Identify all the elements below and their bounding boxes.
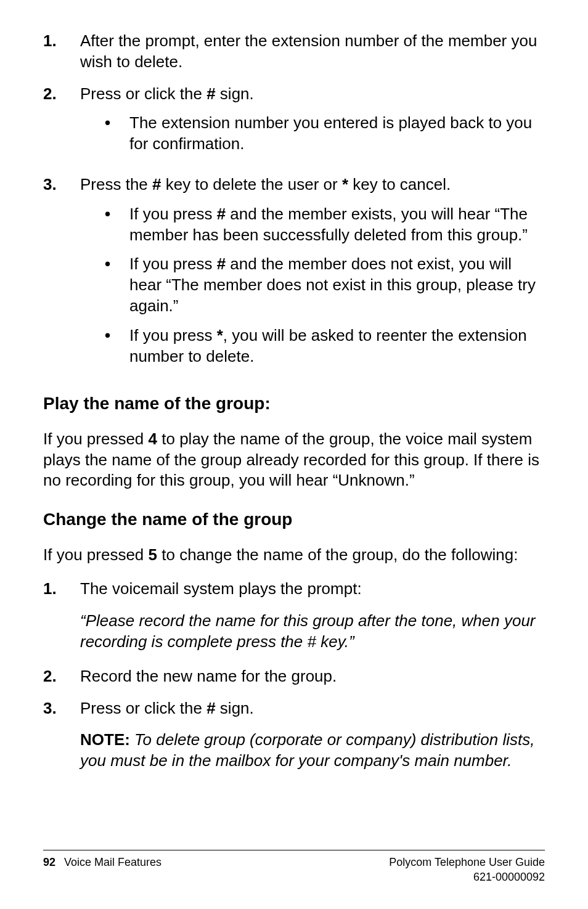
bullet-icon: • (105, 113, 129, 155)
text-part: If you pressed (43, 545, 149, 564)
text-part: to change the name of the group, do the … (157, 545, 518, 564)
text-part: key to cancel. (348, 175, 451, 194)
list-item: 1. After the prompt, enter the extension… (43, 31, 545, 73)
heading-change-name: Change the name of the group (43, 508, 545, 531)
item-number: 3. (43, 698, 80, 719)
bullet-item: • If you press # and the member exists, … (80, 204, 545, 246)
item-text: Press or click the # sign. • The extensi… (80, 84, 545, 163)
bold-key: * (342, 175, 348, 194)
text-part: Press or click the (80, 699, 206, 717)
text-part: If you press (129, 326, 217, 344)
bullet-item: • If you press *, you will be asked to r… (80, 325, 545, 367)
footer-row: 92 Voice Mail Features Polycom Telephone… (43, 855, 545, 884)
list-item: 2. Record the new name for the group. (43, 666, 545, 687)
bullet-text: The extension number you entered is play… (129, 113, 545, 155)
bold-key: # (206, 699, 215, 717)
item-text: Press or click the # sign. (80, 698, 545, 719)
bold-key: # (206, 84, 215, 103)
item-text: Record the new name for the group. (80, 666, 545, 687)
bullet-text: If you press # and the member does not e… (129, 254, 545, 316)
numbered-list-2: 1. The voicemail system plays the prompt… (43, 579, 545, 772)
text-part: key to delete the user or (161, 175, 342, 194)
list-item: 1. The voicemail system plays the prompt… (43, 579, 545, 600)
list-item: 3. Press the # key to delete the user or… (43, 174, 545, 375)
item-number: 2. (43, 666, 80, 687)
quoted-prompt: “Please record the name for this group a… (43, 611, 545, 653)
text-part: Press or click the (80, 84, 206, 103)
note-block: NOTE: To delete group (corporate or comp… (43, 730, 545, 772)
bullet-item: • The extension number you entered is pl… (80, 113, 545, 155)
bold-key: * (217, 326, 223, 344)
list-item: 3. Press or click the # sign. (43, 698, 545, 719)
page-footer: 92 Voice Mail Features Polycom Telephone… (43, 850, 545, 884)
list-item: 2. Press or click the # sign. • The exte… (43, 84, 545, 163)
bullet-text: If you press # and the member exists, yo… (129, 204, 545, 246)
footer-divider (43, 850, 545, 850)
text-part: If you press (129, 205, 217, 223)
item-number: 2. (43, 84, 80, 163)
footer-section: Voice Mail Features (64, 855, 161, 884)
item-text: The voicemail system plays the prompt: (80, 579, 545, 600)
text-part: sign. (216, 699, 254, 717)
bullet-icon: • (105, 204, 129, 246)
bold-key: 5 (149, 545, 157, 564)
footer-docnum: 621-00000092 (389, 870, 545, 884)
numbered-list-1: 1. After the prompt, enter the extension… (43, 31, 545, 375)
paragraph: If you pressed 5 to change the name of t… (43, 545, 545, 566)
text-part: If you pressed (43, 430, 149, 448)
footer-left: 92 Voice Mail Features (43, 855, 161, 884)
item-number: 3. (43, 174, 80, 375)
heading-play-name: Play the name of the group: (43, 393, 545, 415)
text-part: Press the (80, 175, 152, 194)
bullet-icon: • (105, 325, 129, 367)
bold-key: 4 (149, 430, 157, 448)
item-number: 1. (43, 579, 80, 600)
bullet-item: • If you press # and the member does not… (80, 254, 545, 316)
page-number: 92 (43, 855, 55, 884)
text-part: If you press (129, 255, 217, 273)
footer-guide: Polycom Telephone User Guide (389, 855, 545, 870)
item-text: Press the # key to delete the user or * … (80, 174, 545, 375)
note-label: NOTE: (80, 730, 130, 749)
bold-key: # (152, 175, 161, 194)
note-text: To delete group (corporate or company) d… (80, 730, 534, 770)
paragraph: If you pressed 4 to play the name of the… (43, 429, 545, 491)
item-text: After the prompt, enter the extension nu… (80, 31, 545, 73)
item-number: 1. (43, 31, 80, 73)
bullet-text: If you press *, you will be asked to ree… (129, 325, 545, 367)
text-part: sign. (216, 84, 254, 103)
bold-key: # (217, 205, 226, 223)
bullet-icon: • (105, 254, 129, 316)
bold-key: # (217, 255, 226, 273)
footer-right: Polycom Telephone User Guide 621-0000009… (389, 855, 545, 884)
